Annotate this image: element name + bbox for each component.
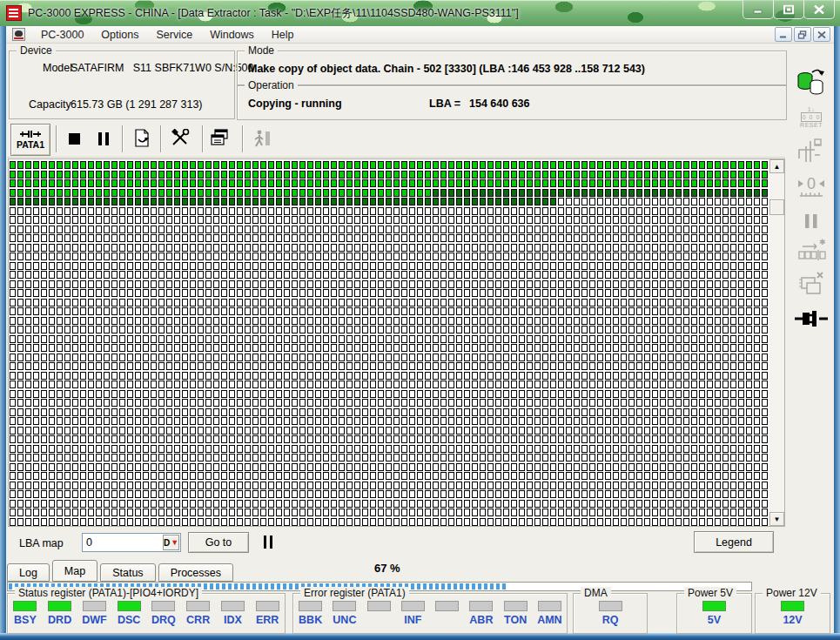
map-cell[interactable] xyxy=(323,500,329,508)
map-cell[interactable] xyxy=(354,417,360,425)
map-cell[interactable] xyxy=(88,171,94,179)
map-cell[interactable] xyxy=(542,189,548,197)
map-cell[interactable] xyxy=(57,271,63,279)
map-cell[interactable] xyxy=(613,490,619,498)
map-cell[interactable] xyxy=(519,362,525,370)
map-cell[interactable] xyxy=(456,198,462,205)
map-cell[interactable] xyxy=(370,216,376,224)
map-cell[interactable] xyxy=(605,482,611,489)
map-cell[interactable] xyxy=(370,161,376,169)
map-cell[interactable] xyxy=(715,326,721,333)
map-cell[interactable] xyxy=(527,179,533,187)
map-cell[interactable] xyxy=(260,216,266,224)
map-cell[interactable] xyxy=(221,399,227,407)
map-cell[interactable] xyxy=(417,408,423,416)
map-cell[interactable] xyxy=(754,317,760,325)
map-cell[interactable] xyxy=(534,435,541,443)
map-cell[interactable] xyxy=(425,344,431,352)
map-cell[interactable] xyxy=(644,271,650,279)
map-cell[interactable] xyxy=(621,198,627,205)
map-cell[interactable] xyxy=(621,226,627,233)
map-cell[interactable] xyxy=(292,207,298,215)
map-cell[interactable] xyxy=(205,317,212,325)
map-cell[interactable] xyxy=(746,390,752,398)
map-cell[interactable] xyxy=(440,226,447,233)
map-cell[interactable] xyxy=(621,509,627,516)
map-cell[interactable] xyxy=(511,189,517,197)
map-cell[interactable] xyxy=(566,472,572,480)
map-cell[interactable] xyxy=(229,518,235,526)
map-cell[interactable] xyxy=(252,280,259,288)
map-cell[interactable] xyxy=(237,253,243,260)
map-cell[interactable] xyxy=(730,271,736,279)
map-cell[interactable] xyxy=(762,463,768,471)
map-cell[interactable] xyxy=(339,490,345,498)
map-cell[interactable] xyxy=(268,289,274,297)
map-cell[interactable] xyxy=(503,161,509,169)
map-cell[interactable] xyxy=(315,189,321,197)
map-cell[interactable] xyxy=(440,445,447,453)
map-cell[interactable] xyxy=(268,179,274,187)
map-cell[interactable] xyxy=(746,490,752,498)
map-cell[interactable] xyxy=(621,417,627,425)
map-cell[interactable] xyxy=(511,307,517,315)
map-cell[interactable] xyxy=(448,307,454,315)
map-cell[interactable] xyxy=(190,271,196,279)
map-cell[interactable] xyxy=(550,490,556,498)
map-cell[interactable] xyxy=(135,500,141,508)
map-cell[interactable] xyxy=(707,381,713,388)
map-cell[interactable] xyxy=(574,435,580,443)
map-cell[interactable] xyxy=(448,179,454,187)
map-cell[interactable] xyxy=(581,280,588,288)
map-cell[interactable] xyxy=(613,372,619,380)
map-cell[interactable] xyxy=(33,226,39,233)
map-cell[interactable] xyxy=(315,289,321,297)
map-cell[interactable] xyxy=(464,417,470,425)
map-cell[interactable] xyxy=(456,417,462,425)
map-cell[interactable] xyxy=(480,179,486,187)
map-cell[interactable] xyxy=(25,289,31,297)
map-cell[interactable] xyxy=(730,344,736,352)
map-cell[interactable] xyxy=(738,161,744,169)
map-cell[interactable] xyxy=(260,482,266,489)
map-cell[interactable] xyxy=(730,490,736,498)
map-cell[interactable] xyxy=(252,472,259,480)
map-cell[interactable] xyxy=(284,234,290,242)
map-cell[interactable] xyxy=(636,216,642,224)
map-cell[interactable] xyxy=(33,262,39,270)
map-cell[interactable] xyxy=(707,390,713,398)
map-cell[interactable] xyxy=(456,463,462,471)
map-cell[interactable] xyxy=(17,253,24,260)
map-cell[interactable] xyxy=(715,234,721,242)
map-cell[interactable] xyxy=(644,427,650,435)
map-cell[interactable] xyxy=(589,435,595,443)
map-cell[interactable] xyxy=(292,253,298,260)
map-cell[interactable] xyxy=(762,372,768,380)
map-cell[interactable] xyxy=(621,408,627,416)
map-cell[interactable] xyxy=(668,463,674,471)
map-cell[interactable] xyxy=(519,262,525,270)
map-cell[interactable] xyxy=(487,335,494,343)
map-cell[interactable] xyxy=(378,299,384,307)
map-cell[interactable] xyxy=(307,161,313,169)
map-cell[interactable] xyxy=(527,500,533,508)
map-cell[interactable] xyxy=(605,299,611,307)
map-cell[interactable] xyxy=(362,427,368,435)
map-cell[interactable] xyxy=(41,454,47,461)
map-cell[interactable] xyxy=(284,207,290,215)
map-cell[interactable] xyxy=(41,271,47,279)
map-cell[interactable] xyxy=(72,326,78,333)
map-cell[interactable] xyxy=(754,354,760,361)
map-cell[interactable] xyxy=(339,344,345,352)
map-cell[interactable] xyxy=(691,207,697,215)
map-cell[interactable] xyxy=(72,344,78,352)
map-cell[interactable] xyxy=(401,399,407,407)
map-cell[interactable] xyxy=(33,482,39,489)
map-cell[interactable] xyxy=(401,463,407,471)
map-cell[interactable] xyxy=(213,490,219,498)
map-cell[interactable] xyxy=(221,179,227,187)
map-cell[interactable] xyxy=(57,490,63,498)
map-cell[interactable] xyxy=(668,399,674,407)
map-cell[interactable] xyxy=(644,509,650,516)
map-cell[interactable] xyxy=(307,253,313,260)
